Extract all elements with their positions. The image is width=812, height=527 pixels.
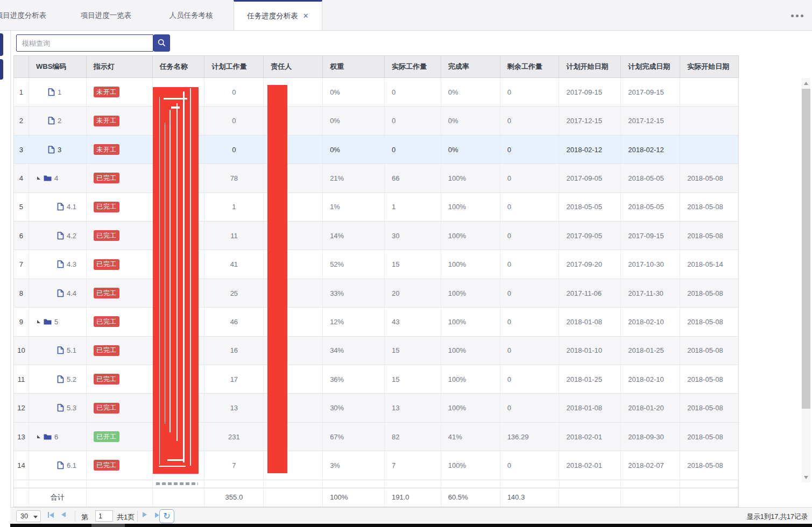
header-5[interactable]: 责任人	[264, 56, 323, 77]
header-2[interactable]: 指示灯	[87, 56, 153, 77]
remaining-work-cell: 0	[500, 222, 560, 250]
tab-task-progress-analysis[interactable]: 任务进度分析表 ✕	[234, 0, 322, 30]
status-badge: 已开工	[94, 431, 120, 442]
clipped-cell	[153, 480, 205, 488]
status-badge: 已完工	[94, 259, 120, 270]
row-number: 10	[14, 337, 29, 365]
table-row[interactable]: 10 5.1已完工1634%15100%02018-01-102018-01-2…	[14, 337, 738, 365]
more-menu-icon[interactable]	[791, 15, 803, 17]
header-12[interactable]: 实际开始日期	[680, 56, 738, 77]
wbs-code: 4.3	[67, 260, 76, 268]
scroll-up-arrow[interactable]	[802, 79, 810, 87]
planned-work-cell: 0	[204, 136, 264, 163]
table-row[interactable]: 2 2未开工00%00%02017-12-152017-12-15	[14, 106, 738, 135]
table-row[interactable]: 7 4.3已完工4152%15100%02017-09-202017-10-30…	[14, 250, 738, 279]
header-6[interactable]: 权重	[323, 56, 385, 77]
plan-end-cell: 2018-05-05	[621, 164, 680, 192]
planned-work-cell: 13	[204, 394, 264, 422]
row-number: 12	[14, 394, 29, 422]
plan-start-cell: 2017-09-15	[559, 78, 621, 106]
tab-project-progress-analysis[interactable]: 项目进度分析表	[0, 0, 63, 30]
table-row[interactable]: 11 5.2已完工1736%15100%02018-01-252018-02-1…	[14, 365, 738, 394]
remaining-work-cell: 0	[500, 193, 560, 221]
status-indicator-cell: 未开工	[87, 78, 153, 106]
first-page-button[interactable]	[48, 512, 54, 518]
weight-cell: 36%	[323, 365, 385, 393]
plan-end-cell: 2018-02-10	[621, 365, 680, 393]
tree-collapse-icon[interactable]	[37, 435, 40, 438]
header-11[interactable]: 计划完成日期	[621, 56, 680, 77]
vertical-scrollbar[interactable]	[802, 78, 810, 482]
table-row[interactable]: 9 5已完工4612%43100%02018-01-082018-02-1020…	[14, 308, 738, 336]
status-indicator-cell: 已完工	[87, 279, 153, 307]
header-4[interactable]: 计划工作量	[204, 56, 264, 77]
plan-start-cell: 2018-01-10	[559, 337, 621, 365]
status-indicator-cell: 已开工	[87, 423, 153, 451]
collapsed-sidebar-handle-2[interactable]	[0, 59, 3, 80]
file-icon	[57, 203, 64, 211]
status-indicator-cell: 未开工	[87, 106, 153, 134]
table-row[interactable]: 4 4已完工7821%66100%02017-09-052018-05-0520…	[14, 164, 738, 193]
status-indicator-cell: 已完工	[87, 337, 153, 365]
chevron-down-icon	[33, 516, 38, 518]
table-row[interactable]: 1 1未开工00%00%02017-09-152017-09-15	[14, 78, 738, 106]
wbs-code-cell: 4.2	[29, 222, 87, 250]
plan-end-cell: 2017-09-15	[621, 222, 680, 250]
remaining-work-cell: 0	[500, 250, 560, 278]
complete-rate-cell: 100%	[441, 164, 500, 192]
wbs-code: 5.3	[67, 404, 76, 412]
page-number-input[interactable]	[95, 510, 113, 522]
header-7[interactable]: 实际工作量	[385, 56, 441, 77]
remaining-work-cell: 0	[500, 451, 560, 479]
status-badge: 已完工	[94, 460, 120, 471]
table-row[interactable]: 3 3未开工00%00%02018-02-122018-02-12	[14, 136, 738, 164]
table-row[interactable]: 13 6已开工23167%8241%136.292018-02-012018-0…	[14, 423, 738, 451]
header-10[interactable]: 计划开始日期	[559, 56, 621, 77]
plan-end-cell: 2018-02-12	[621, 136, 680, 163]
close-tab-icon[interactable]: ✕	[303, 2, 309, 30]
complete-rate-cell: 100%	[441, 337, 500, 365]
weight-cell: 0%	[323, 78, 385, 106]
table-row[interactable]: 6 4.2已完工1114%30100%02017-09-052017-09-15…	[14, 222, 738, 250]
collapsed-sidebar-handle-1[interactable]	[0, 33, 3, 56]
wbs-code-cell: 1	[29, 78, 87, 106]
header-8[interactable]: 完成率	[441, 56, 500, 77]
page-size-select[interactable]: 30	[16, 510, 41, 522]
table-row[interactable]: 14 6.1已完工73%7100%02018-02-012018-02-0720…	[14, 451, 738, 480]
tree-collapse-icon[interactable]	[37, 176, 40, 180]
header-3[interactable]: 任务名称	[153, 56, 205, 77]
task-grid: WBS编码指示灯任务名称计划工作量责任人权重实际工作量完成率剩余工作量计划开始日…	[13, 55, 739, 480]
partially-visible-row[interactable]	[13, 480, 739, 488]
wbs-code: 2	[58, 117, 61, 125]
total-cell	[680, 488, 738, 507]
header-9[interactable]: 剩余工作量	[500, 56, 560, 77]
status-indicator-cell: 已完工	[87, 365, 153, 393]
table-row[interactable]: 5 4.1已完工11%1100%02018-05-052018-05-05201…	[14, 193, 738, 222]
tab-personnel-assessment[interactable]: 人员任务考核	[149, 0, 234, 30]
scrollbar-thumb[interactable]	[802, 89, 810, 409]
search-input[interactable]	[16, 34, 153, 52]
status-indicator-cell: 已完工	[87, 250, 153, 278]
wbs-code-cell: 4	[29, 164, 87, 192]
total-cell	[264, 488, 323, 507]
table-row[interactable]: 8 4.4已完工2533%20100%02017-11-062017-11-30…	[14, 279, 738, 308]
table-row[interactable]: 12 5.3已完工1330%13100%02018-01-082018-01-2…	[14, 394, 738, 422]
total-cell: 100%	[323, 488, 385, 507]
status-badge: 未开工	[94, 144, 120, 155]
tab-project-progress-list[interactable]: 项目进度一览表	[63, 0, 149, 30]
planned-work-cell: 7	[204, 451, 264, 479]
prev-page-button[interactable]	[61, 512, 66, 517]
wbs-code-cell: 5.2	[29, 365, 87, 393]
wbs-code: 4.4	[67, 289, 76, 297]
planned-work-cell: 41	[204, 250, 264, 278]
actual-start-cell	[680, 106, 738, 134]
next-page-button[interactable]	[143, 512, 147, 517]
search-button[interactable]	[153, 34, 170, 52]
wbs-code: 6.1	[67, 461, 76, 469]
header-1[interactable]: WBS编码	[29, 56, 87, 77]
refresh-button[interactable]: ↻	[159, 509, 174, 523]
page-label-prefix: 第	[81, 512, 88, 522]
status-badge: 已完工	[94, 374, 120, 384]
scroll-down-arrow[interactable]	[802, 473, 810, 481]
tree-collapse-icon[interactable]	[37, 320, 40, 323]
